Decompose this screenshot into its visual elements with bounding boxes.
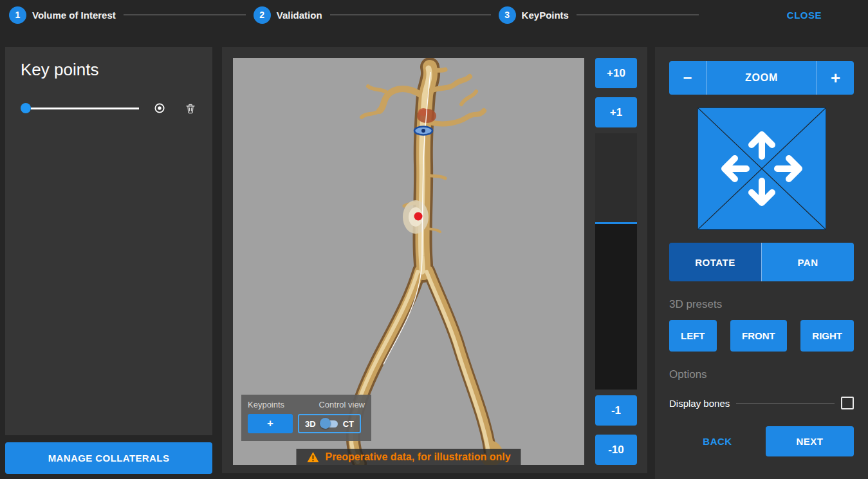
step-validation[interactable]: 2 Validation bbox=[254, 6, 322, 24]
mode-toggle-switch[interactable] bbox=[320, 418, 338, 429]
zoom-in-button[interactable]: + bbox=[817, 61, 854, 95]
manage-collaterals-button[interactable]: MANAGE COLLATERALS bbox=[5, 442, 212, 474]
step-3-circle: 3 bbox=[499, 6, 516, 24]
slice-minus-10-button[interactable]: -10 bbox=[595, 435, 637, 465]
keypoint-slider-handle[interactable] bbox=[21, 103, 31, 113]
step-volume-of-interest[interactable]: 1 Volume of Interest bbox=[9, 6, 116, 24]
options-section-title: Options bbox=[669, 368, 854, 381]
display-bones-checkbox[interactable] bbox=[841, 397, 854, 409]
zoom-out-button[interactable]: − bbox=[669, 61, 706, 95]
step-1-label: Volume of Interest bbox=[32, 10, 116, 21]
add-keypoint-button[interactable]: + bbox=[248, 414, 293, 433]
keypoint-visibility-icon[interactable] bbox=[153, 102, 166, 115]
presets-row: LEFT FRONT RIGHT bbox=[669, 320, 854, 352]
slice-slider-track[interactable] bbox=[595, 133, 637, 390]
display-bones-row: Display bones bbox=[669, 397, 854, 409]
step-3-label: KeyPoints bbox=[522, 10, 569, 21]
step-2-label: Validation bbox=[277, 10, 322, 21]
warning-text: Preoperative data, for illustration only bbox=[325, 451, 510, 463]
keypoints-column-label: Keypoints bbox=[248, 400, 284, 409]
zoom-label: ZOOM bbox=[706, 61, 817, 95]
step-connector bbox=[330, 14, 491, 15]
preset-right-button[interactable]: RIGHT bbox=[800, 320, 854, 352]
next-button[interactable]: NEXT bbox=[766, 426, 854, 456]
viewer-tools-overlay: Keypoints Control view + 3D CT bbox=[241, 395, 371, 441]
view-controls-panel: − ZOOM + ROTATE PAN 3D presets LEF bbox=[655, 47, 868, 479]
keypoint-slider-track[interactable] bbox=[31, 108, 139, 109]
keypoints-sidebar: Key points bbox=[5, 47, 212, 474]
step-2-circle: 2 bbox=[254, 6, 271, 24]
slice-controls: +10 +1 -1 -10 bbox=[595, 58, 637, 465]
keypoints-panel: Key points bbox=[5, 47, 212, 435]
panel-footer: BACK NEXT bbox=[669, 426, 854, 456]
viewer-panel: Keypoints Control view + 3D CT bbox=[222, 47, 647, 473]
rotate-button[interactable]: ROTATE bbox=[669, 243, 761, 281]
display-bones-label: Display bones bbox=[669, 398, 730, 409]
toggle-knob[interactable] bbox=[320, 418, 331, 429]
slice-slider-indicator[interactable] bbox=[595, 222, 637, 224]
mode-3d-label: 3D bbox=[305, 419, 316, 429]
warning-banner: Preoperative data, for illustration only bbox=[296, 449, 521, 465]
close-button[interactable]: CLOSE bbox=[787, 10, 822, 21]
back-button[interactable]: BACK bbox=[669, 436, 766, 447]
camera-eye-marker[interactable] bbox=[414, 127, 432, 135]
page-title: Key points bbox=[21, 60, 197, 80]
keypoint-list-item bbox=[21, 102, 197, 115]
step-1-circle: 1 bbox=[9, 6, 26, 24]
3d-viewport[interactable]: Keypoints Control view + 3D CT bbox=[233, 58, 584, 465]
direction-pad[interactable] bbox=[697, 108, 826, 230]
step-connector bbox=[124, 14, 246, 15]
slice-minus-1-button[interactable]: -1 bbox=[595, 395, 637, 426]
mode-ct-label: CT bbox=[343, 419, 354, 429]
slice-plus-10-button[interactable]: +10 bbox=[595, 58, 637, 88]
rotate-pan-toggle: ROTATE PAN bbox=[669, 243, 854, 281]
pan-button[interactable]: PAN bbox=[761, 243, 854, 281]
presets-section-title: 3D presets bbox=[669, 298, 854, 311]
app-root: 1 Volume of Interest 2 Validation 3 KeyP… bbox=[0, 0, 868, 479]
keypoint-marker[interactable] bbox=[414, 212, 423, 221]
preset-left-button[interactable]: LEFT bbox=[669, 320, 717, 352]
divider bbox=[736, 403, 835, 404]
stepper-bar: 1 Volume of Interest 2 Validation 3 KeyP… bbox=[0, 0, 868, 30]
slice-plus-1-button[interactable]: +1 bbox=[595, 97, 637, 127]
view-mode-toggle[interactable]: 3D CT bbox=[298, 414, 361, 433]
trash-icon[interactable] bbox=[184, 102, 197, 115]
step-keypoints[interactable]: 3 KeyPoints bbox=[499, 6, 569, 24]
zoom-bar: − ZOOM + bbox=[669, 61, 854, 95]
step-connector bbox=[577, 14, 699, 15]
warning-icon bbox=[306, 451, 319, 463]
control-view-column-label: Control view bbox=[319, 400, 365, 409]
preset-front-button[interactable]: FRONT bbox=[730, 320, 787, 352]
